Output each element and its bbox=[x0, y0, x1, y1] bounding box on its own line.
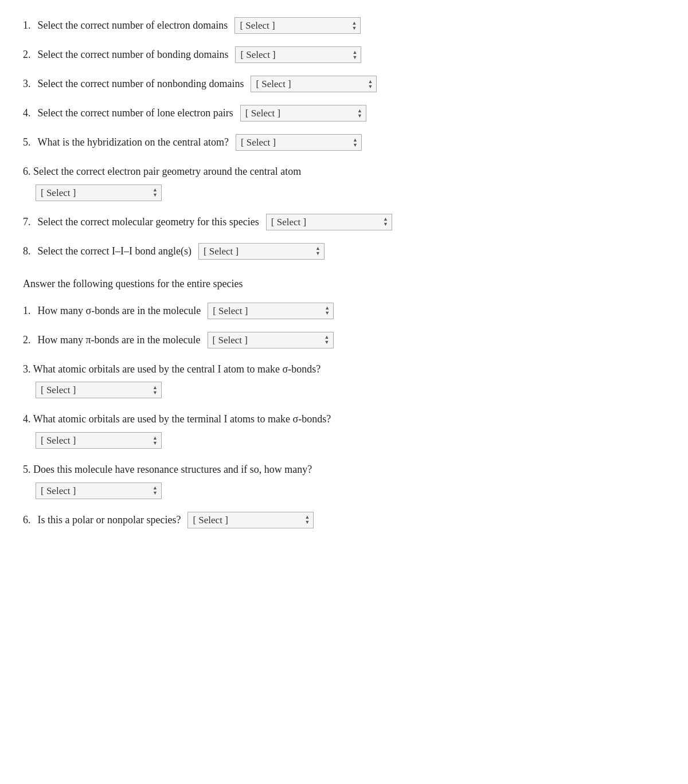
question-text-p2q2: How many π-bonds are in the molecule bbox=[38, 332, 201, 348]
question-number-q1: 1. bbox=[23, 17, 31, 34]
question-p2q4: 4. What atomic orbitals are used by the … bbox=[23, 411, 665, 449]
question-number-q2: 2. bbox=[23, 46, 31, 63]
question-number-q8: 8. bbox=[23, 243, 31, 260]
question-number-p2q5: 5. bbox=[23, 464, 33, 475]
question-q2: 2.Select the correct number of bonding d… bbox=[23, 46, 665, 63]
select_p2q3-wrapper: [ Select ]▲▼ bbox=[36, 382, 162, 398]
select-row-p2q3: [ Select ]▲▼ bbox=[36, 382, 665, 398]
select_q4[interactable]: [ Select ] bbox=[245, 108, 361, 119]
question-text-q4: Select the correct number of lone electr… bbox=[38, 105, 233, 121]
select_q6[interactable]: [ Select ] bbox=[41, 187, 157, 198]
question-text-p2q3: What atomic orbitals are used by the cen… bbox=[33, 363, 321, 375]
question-row-q3: 3.Select the correct number of nonbondin… bbox=[23, 76, 665, 92]
question-number-p2q4: 4. bbox=[23, 413, 33, 425]
question-number-p2q2: 2. bbox=[23, 332, 31, 348]
question-text-q8: Select the correct I–I–I bond angle(s) bbox=[38, 243, 191, 260]
question-number-q5: 5. bbox=[23, 134, 31, 151]
select-row-p2q4: [ Select ]▲▼ bbox=[36, 432, 665, 449]
question-p2q1: 1.How many σ-bonds are in the molecule[ … bbox=[23, 303, 665, 319]
select_p2q5[interactable]: [ Select ] bbox=[41, 485, 157, 496]
question-label-p2q5: 5. Does this molecule have resonance str… bbox=[23, 461, 665, 478]
question-q4: 4.Select the correct number of lone elec… bbox=[23, 105, 665, 121]
select_q2[interactable]: [ Select ] bbox=[240, 49, 356, 60]
question-text-q3: Select the correct number of nonbonding … bbox=[38, 76, 244, 92]
select_q4-wrapper: [ Select ]▲▼ bbox=[240, 105, 366, 121]
question-row-p2q6: 6.Is this a polar or nonpolar species?[ … bbox=[23, 512, 665, 528]
question-number-p2q6: 6. bbox=[23, 512, 31, 528]
select-row-q6: [ Select ]▲▼ bbox=[36, 185, 665, 201]
select_q6-wrapper: [ Select ]▲▼ bbox=[36, 185, 162, 201]
question-number-q3: 3. bbox=[23, 76, 31, 92]
question-label-p2q3: 3. What atomic orbitals are used by the … bbox=[23, 361, 665, 378]
question-row-q4: 4.Select the correct number of lone elec… bbox=[23, 105, 665, 121]
question-q1: 1.Select the correct number of electron … bbox=[23, 17, 665, 34]
select_p2q2-wrapper: [ Select ]▲▼ bbox=[208, 332, 334, 348]
question-q3: 3.Select the correct number of nonbondin… bbox=[23, 76, 665, 92]
select_q2-wrapper: [ Select ]▲▼ bbox=[235, 46, 361, 63]
question-number-q7: 7. bbox=[23, 214, 31, 230]
select_p2q6-wrapper: [ Select ]▲▼ bbox=[187, 512, 314, 528]
question-text-p2q1: How many σ-bonds are in the molecule bbox=[38, 303, 201, 319]
select_q1-wrapper: [ Select ]▲▼ bbox=[234, 17, 361, 34]
question-row-q7: 7.Select the correct molecular geometry … bbox=[23, 214, 665, 230]
question-label-q6: 6. Select the correct electron pair geom… bbox=[23, 163, 665, 180]
question-q6: 6. Select the correct electron pair geom… bbox=[23, 163, 665, 201]
select_p2q5-wrapper: [ Select ]▲▼ bbox=[36, 483, 162, 499]
select_q5-wrapper: [ Select ]▲▼ bbox=[236, 134, 362, 151]
question-number-p2q3: 3. bbox=[23, 363, 33, 375]
select_p2q2[interactable]: [ Select ] bbox=[213, 335, 329, 346]
part2-questions: 1.How many σ-bonds are in the molecule[ … bbox=[23, 303, 665, 528]
question-p2q5: 5. Does this molecule have resonance str… bbox=[23, 461, 665, 499]
question-text-p2q6: Is this a polar or nonpolar species? bbox=[38, 512, 181, 528]
part1-questions: 1.Select the correct number of electron … bbox=[23, 17, 665, 260]
select_p2q1[interactable]: [ Select ] bbox=[213, 305, 329, 316]
question-q5: 5.What is the hybridization on the centr… bbox=[23, 134, 665, 151]
question-text-q6: Select the correct electron pair geometr… bbox=[33, 166, 301, 177]
question-label-p2q4: 4. What atomic orbitals are used by the … bbox=[23, 411, 665, 428]
question-text-q1: Select the correct number of electron do… bbox=[38, 17, 228, 34]
question-row-p2q2: 2.How many π-bonds are in the molecule[ … bbox=[23, 332, 665, 348]
select_q5[interactable]: [ Select ] bbox=[241, 137, 357, 148]
question-number-p2q1: 1. bbox=[23, 303, 31, 319]
question-p2q3: 3. What atomic orbitals are used by the … bbox=[23, 361, 665, 399]
section-header: Answer the following questions for the e… bbox=[23, 276, 665, 292]
question-text-p2q4: What atomic orbitals are used by the ter… bbox=[33, 413, 331, 425]
question-row-q5: 5.What is the hybridization on the centr… bbox=[23, 134, 665, 151]
select_q7-wrapper: [ Select ]▲▼ bbox=[266, 214, 392, 230]
question-row-q1: 1.Select the correct number of electron … bbox=[23, 17, 665, 34]
select_q3[interactable]: [ Select ] bbox=[256, 79, 372, 89]
question-p2q6: 6.Is this a polar or nonpolar species?[ … bbox=[23, 512, 665, 528]
question-number-q4: 4. bbox=[23, 105, 31, 121]
question-q8: 8.Select the correct I–I–I bond angle(s)… bbox=[23, 243, 665, 260]
select_p2q6[interactable]: [ Select ] bbox=[193, 515, 308, 526]
question-q7: 7.Select the correct molecular geometry … bbox=[23, 214, 665, 230]
select_p2q1-wrapper: [ Select ]▲▼ bbox=[208, 303, 334, 319]
question-row-p2q1: 1.How many σ-bonds are in the molecule[ … bbox=[23, 303, 665, 319]
question-text-q5: What is the hybridization on the central… bbox=[38, 134, 229, 151]
question-text-q2: Select the correct number of bonding dom… bbox=[38, 46, 229, 63]
quiz-container: 1.Select the correct number of electron … bbox=[23, 17, 665, 528]
question-number-q6: 6. bbox=[23, 166, 33, 177]
select_q7[interactable]: [ Select ] bbox=[271, 217, 387, 228]
question-text-q7: Select the correct molecular geometry fo… bbox=[38, 214, 259, 230]
question-p2q2: 2.How many π-bonds are in the molecule[ … bbox=[23, 332, 665, 348]
select_p2q4[interactable]: [ Select ] bbox=[41, 435, 157, 446]
question-row-q2: 2.Select the correct number of bonding d… bbox=[23, 46, 665, 63]
select_q1[interactable]: [ Select ] bbox=[240, 20, 355, 31]
question-text-p2q5: Does this molecule have resonance struct… bbox=[33, 464, 312, 475]
select-row-p2q5: [ Select ]▲▼ bbox=[36, 483, 665, 499]
select_p2q3[interactable]: [ Select ] bbox=[41, 385, 157, 395]
select_p2q4-wrapper: [ Select ]▲▼ bbox=[36, 432, 162, 449]
select_q8[interactable]: [ Select ] bbox=[204, 246, 319, 257]
select_q3-wrapper: [ Select ]▲▼ bbox=[251, 76, 377, 92]
select_q8-wrapper: [ Select ]▲▼ bbox=[198, 243, 325, 260]
question-row-q8: 8.Select the correct I–I–I bond angle(s)… bbox=[23, 243, 665, 260]
